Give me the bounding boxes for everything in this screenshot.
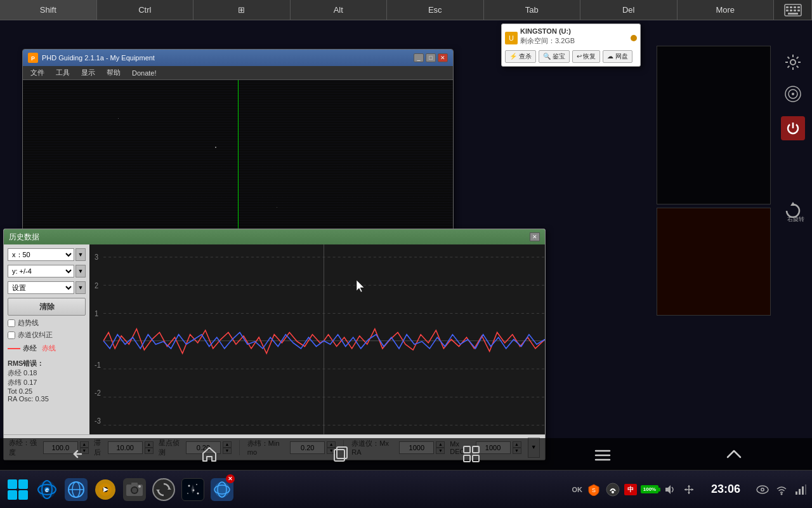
appraise-button[interactable]: 🔍 鉴宝 <box>539 50 570 63</box>
more-key[interactable]: More <box>678 0 775 20</box>
system-clock[interactable]: 23:06 <box>700 483 751 496</box>
svg-rect-7 <box>794 10 796 11</box>
wifi-icon[interactable] <box>774 482 789 497</box>
x-arrow[interactable]: ▼ <box>75 248 86 261</box>
svg-rect-3 <box>794 6 796 8</box>
media-button[interactable] <box>91 473 119 506</box>
ra-correction-checkbox: 赤道仪纠正 <box>8 330 86 340</box>
phd-close-btn[interactable]: ✕ <box>438 53 448 62</box>
phd-menu-tools[interactable]: 工具 <box>51 67 75 79</box>
x-selector: x：50 ▼ <box>8 248 86 261</box>
grid-button[interactable] <box>455 438 487 470</box>
svg-rect-81 <box>799 489 801 495</box>
del-key[interactable]: Del <box>580 0 678 20</box>
svg-rect-83 <box>805 485 806 495</box>
desktop: 右旋转 U KINGSTON (U:) 剩余空间：3.2GB ⚡ 查杀 🔍 鉴宝… <box>0 20 812 470</box>
antivirus-icon[interactable]: S <box>586 482 601 497</box>
rms-ra: 赤经 0.18 <box>8 368 86 378</box>
nightsky-button[interactable] <box>179 473 207 506</box>
clear-button[interactable]: 清除 <box>8 298 86 316</box>
svg-rect-37 <box>18 490 28 500</box>
ra-color-swatch <box>8 348 20 349</box>
restore-button[interactable]: ↩ 恢复 <box>572 50 601 63</box>
rotate-right-icon[interactable]: 右旋转 <box>779 197 807 225</box>
browser-close-button[interactable]: ✕ <box>208 473 236 506</box>
y-select[interactable]: y: +/-4 <box>8 265 74 277</box>
history-close-btn[interactable]: ✕ <box>530 232 540 241</box>
shift-key[interactable]: Shift <box>0 0 97 20</box>
svg-rect-35 <box>18 479 28 489</box>
ie-button[interactable]: e <box>33 473 61 506</box>
svg-text:S: S <box>592 487 596 493</box>
history-title: 历史数据 <box>9 232 530 243</box>
settings-icon[interactable] <box>779 48 807 76</box>
history-titlebar: 历史数据 ✕ <box>4 229 545 244</box>
y-arrow[interactable]: ▼ <box>75 265 86 277</box>
recent-button[interactable] <box>325 438 357 470</box>
storage-title: KINGSTON (U:) <box>520 27 575 35</box>
svg-point-68 <box>612 491 614 493</box>
win-key[interactable]: ⊞ <box>193 0 291 20</box>
up-button[interactable] <box>718 438 750 470</box>
storage-subtitle: 剩余空间：3.2GB <box>520 36 575 46</box>
phd-menu-file[interactable]: 文件 <box>25 67 49 79</box>
keyboard-toggle[interactable] <box>774 0 812 20</box>
menu-button[interactable] <box>587 438 619 470</box>
display-icon[interactable] <box>755 482 770 497</box>
right-thumbnail-top <box>657 46 771 204</box>
home-button[interactable] <box>193 438 225 470</box>
volume-icon[interactable] <box>662 482 678 497</box>
back-button[interactable] <box>62 438 94 470</box>
phd-title: PHD Guiding 2.1.1a - My Equipment <box>42 54 414 62</box>
taskbar: e <box>0 470 812 508</box>
phd-menu-view[interactable]: 显示 <box>76 67 100 79</box>
svg-point-52 <box>132 488 137 493</box>
svg-point-13 <box>792 93 794 95</box>
star-dot <box>277 207 277 208</box>
phd-menu-help[interactable]: 帮助 <box>102 67 126 79</box>
svg-text:2: 2 <box>95 281 98 290</box>
phd-image-content <box>23 80 453 245</box>
sync-button[interactable] <box>150 473 178 506</box>
phd-minimize-btn[interactable]: _ <box>414 53 424 62</box>
camera-button[interactable] <box>121 473 148 506</box>
scan-button[interactable]: ⚡ 查杀 <box>505 50 536 63</box>
alt-key[interactable]: Alt <box>291 0 388 20</box>
battery-indicator: 100% <box>641 485 658 493</box>
crosshair-vertical <box>238 80 239 245</box>
rms-title: RMS错误： <box>8 359 86 368</box>
settings-selector: 设置 ▼ <box>8 281 86 294</box>
svg-marker-56 <box>156 490 160 491</box>
svg-marker-74 <box>684 488 686 491</box>
expand-icon[interactable] <box>681 482 697 497</box>
ra-legend-label: 赤经 <box>23 344 37 353</box>
phd-titlebar: P PHD Guiding 2.1.1a - My Equipment _ □ … <box>23 50 453 66</box>
tab-key[interactable]: Tab <box>484 0 581 20</box>
x-select[interactable]: x：50 <box>8 248 74 261</box>
svg-rect-1 <box>786 6 789 8</box>
phd-window: P PHD Guiding 2.1.1a - My Equipment _ □ … <box>22 49 454 246</box>
esc-key[interactable]: Esc <box>387 0 484 20</box>
rms-dec: 赤纬 0.17 <box>8 378 86 387</box>
cloud-button[interactable]: ☁ 网盘 <box>603 50 632 63</box>
ime-indicator[interactable]: 中 <box>624 484 637 495</box>
svg-rect-34 <box>8 479 17 489</box>
ctrl-key[interactable]: Ctrl <box>97 0 194 20</box>
phd-menubar: 文件 工具 显示 帮助 Donate! <box>23 66 453 80</box>
ra-osc: RA Osc: 0.35 <box>8 395 86 403</box>
keyboard-bar: Shift Ctrl ⊞ Alt Esc Tab Del More <box>0 0 812 20</box>
phd-menu-donate[interactable]: Donate! <box>127 68 162 78</box>
svg-text:右旋转: 右旋转 <box>787 216 804 222</box>
start-button[interactable] <box>4 473 32 506</box>
settings-select[interactable]: 设置 <box>8 281 74 294</box>
ra-correction-check[interactable] <box>8 331 15 339</box>
svg-text:1: 1 <box>95 309 98 318</box>
svg-marker-73 <box>688 492 690 494</box>
target-icon[interactable] <box>779 80 807 108</box>
y-selector: y: +/-4 ▼ <box>8 265 86 277</box>
settings-arrow[interactable]: ▼ <box>75 281 86 294</box>
phd-restore-btn[interactable]: □ <box>426 53 436 62</box>
network-button[interactable] <box>62 473 90 506</box>
trend-line-check[interactable] <box>8 319 15 327</box>
power-red-icon[interactable] <box>779 114 807 142</box>
